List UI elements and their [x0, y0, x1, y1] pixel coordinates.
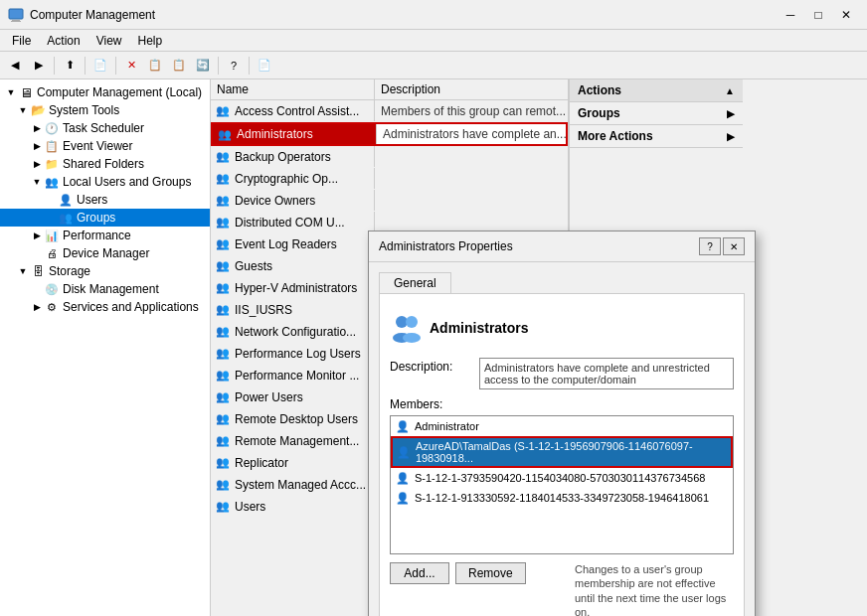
- tree-item-task-scheduler[interactable]: ▶ Task Scheduler: [0, 119, 210, 137]
- show-hide-console-button[interactable]: 📄: [89, 55, 111, 77]
- back-button[interactable]: ◀: [4, 55, 26, 77]
- help-toolbar-button[interactable]: ?: [223, 55, 245, 77]
- group-icon: [215, 236, 231, 252]
- toolbar-separator-4: [218, 57, 219, 75]
- actions-more-title[interactable]: More Actions ▶: [570, 125, 743, 148]
- dialog-title-bar: Administrators Properties ? ✕: [369, 231, 755, 262]
- up-button[interactable]: ⬆: [59, 55, 81, 77]
- toolbar-separator-3: [115, 57, 116, 75]
- list-item[interactable]: Backup Operators: [211, 146, 568, 168]
- list-item[interactable]: Device Owners: [211, 190, 568, 212]
- col-name-header[interactable]: Name: [211, 79, 375, 99]
- item-name: Guests: [235, 259, 272, 273]
- members-list[interactable]: 👤 Administrator 👤 AzureAD\TamalDas (S-1-…: [390, 415, 734, 554]
- actions-groups-label: Groups: [578, 106, 620, 120]
- tree-item-shared-folders[interactable]: ▶ Shared Folders: [0, 155, 210, 173]
- member-item-azuread[interactable]: 👤 AzureAD\TamalDas (S-1-12-1-1956907906-…: [391, 436, 733, 468]
- description-value[interactable]: Administrators have complete and unrestr…: [479, 358, 734, 389]
- desc-cell: [375, 146, 568, 167]
- member-name-administrator: Administrator: [415, 420, 479, 432]
- name-cell: Replicator: [211, 452, 375, 473]
- tree-toggle-system-tools[interactable]: ▼: [16, 105, 30, 115]
- name-cell: Users: [211, 496, 375, 517]
- tree-toggle-storage[interactable]: ▼: [16, 266, 30, 276]
- group-icon: [215, 171, 231, 187]
- item-name: Remote Management...: [235, 434, 359, 448]
- tree-item-services-apps[interactable]: ▶ Services and Applications: [0, 298, 210, 316]
- tree-label-task-scheduler: Task Scheduler: [63, 121, 144, 135]
- actions-scroll-up[interactable]: ▲: [725, 85, 735, 96]
- tree-item-system-tools[interactable]: ▼ System Tools: [0, 101, 210, 119]
- menu-bar: File Action View Help: [0, 30, 867, 52]
- tree-item-disk-management[interactable]: Disk Management: [0, 280, 210, 298]
- remove-button[interactable]: Remove: [455, 562, 526, 584]
- app-icon: [8, 7, 24, 23]
- dialog-tab-general[interactable]: General: [379, 272, 451, 293]
- menu-help[interactable]: Help: [130, 32, 171, 50]
- forward-button[interactable]: ▶: [28, 55, 50, 77]
- tree-label-storage: Storage: [49, 264, 90, 278]
- close-button[interactable]: ✕: [833, 2, 859, 28]
- tree-item-local-users-groups[interactable]: ▼ Local Users and Groups: [0, 173, 210, 191]
- name-cell: Access Control Assist...: [211, 100, 375, 121]
- new-button[interactable]: 📄: [254, 55, 275, 77]
- export-button[interactable]: 📋: [144, 55, 166, 77]
- name-cell: Event Log Readers: [211, 233, 375, 254]
- group-icon: [215, 477, 231, 493]
- list-item-administrators[interactable]: Administrators Administrators have compl…: [211, 122, 568, 146]
- item-name-administrators: Administrators: [237, 127, 313, 141]
- window-title: Computer Management: [30, 8, 778, 22]
- col-desc-header[interactable]: Description: [375, 79, 569, 99]
- tree-icon-groups: [58, 210, 74, 226]
- dialog-close-button[interactable]: ✕: [723, 237, 745, 255]
- tree-item-storage[interactable]: ▼ Storage: [0, 262, 210, 280]
- tree-item-device-manager[interactable]: Device Manager: [0, 244, 210, 262]
- maximize-button[interactable]: □: [805, 2, 831, 28]
- tree-toggle-local-users-groups[interactable]: ▼: [30, 177, 44, 187]
- name-cell: Remote Management...: [211, 430, 375, 451]
- new-window-button[interactable]: ✕: [120, 55, 142, 77]
- add-button[interactable]: Add...: [390, 562, 449, 584]
- name-cell: Power Users: [211, 386, 375, 407]
- refresh-button[interactable]: 🔄: [192, 55, 214, 77]
- list-item[interactable]: Cryptographic Op...: [211, 168, 568, 190]
- name-cell: IIS_IUSRS: [211, 299, 375, 320]
- tree-icon-shared-folders: [44, 156, 60, 172]
- minimize-button[interactable]: ─: [778, 2, 803, 28]
- menu-view[interactable]: View: [88, 32, 130, 50]
- tree-toggle-event-viewer[interactable]: ▶: [30, 141, 44, 151]
- tree-toggle-performance[interactable]: ▶: [30, 231, 44, 240]
- group-icon: [215, 368, 231, 384]
- item-name: Performance Log Users: [235, 347, 361, 361]
- tree-item-groups[interactable]: Groups: [0, 209, 210, 227]
- actions-groups-expand[interactable]: ▶: [727, 108, 735, 119]
- tree-toggle-services-apps[interactable]: ▶: [30, 302, 44, 312]
- desc-cell: [375, 190, 568, 211]
- svg-point-6: [403, 333, 421, 343]
- tree-panel: ▼ Computer Management (Local) ▼ System T…: [0, 79, 211, 616]
- actions-more-expand[interactable]: ▶: [727, 131, 735, 142]
- item-name: Access Control Assist...: [235, 104, 359, 118]
- tree-label-groups: Groups: [77, 211, 115, 225]
- tree-toggle-shared-folders[interactable]: ▶: [30, 159, 44, 169]
- list-item[interactable]: Access Control Assist... Members of this…: [211, 100, 568, 122]
- menu-action[interactable]: Action: [39, 32, 87, 50]
- toolbar-separator-2: [85, 57, 86, 75]
- properties-button[interactable]: 📋: [168, 55, 190, 77]
- menu-file[interactable]: File: [4, 32, 39, 50]
- tree-item-performance[interactable]: ▶ Performance: [0, 227, 210, 244]
- item-name: Power Users: [235, 390, 303, 404]
- main-layout: ▼ Computer Management (Local) ▼ System T…: [0, 79, 867, 616]
- desc-cell-administrators: Administrators have complete an...: [377, 124, 566, 144]
- tree-item-event-viewer[interactable]: ▶ Event Viewer: [0, 137, 210, 155]
- toolbar: ◀ ▶ ⬆ 📄 ✕ 📋 📋 🔄 ? 📄: [0, 52, 867, 79]
- member-item-administrator[interactable]: 👤 Administrator: [391, 416, 733, 436]
- member-item-sid2[interactable]: 👤 S-1-12-1-3793590420-1154034080-5703030…: [391, 468, 733, 488]
- member-name-azuread: AzureAD\TamalDas (S-1-12-1-1956907906-11…: [416, 440, 727, 464]
- tree-toggle-root[interactable]: ▼: [4, 87, 18, 97]
- tree-item-root[interactable]: ▼ Computer Management (Local): [0, 83, 210, 101]
- member-item-sid3[interactable]: 👤 S-1-12-1-913330592-1184014533-33497230…: [391, 488, 733, 508]
- dialog-help-button[interactable]: ?: [699, 237, 721, 255]
- tree-toggle-task-scheduler[interactable]: ▶: [30, 123, 44, 133]
- tree-item-users[interactable]: Users: [0, 191, 210, 209]
